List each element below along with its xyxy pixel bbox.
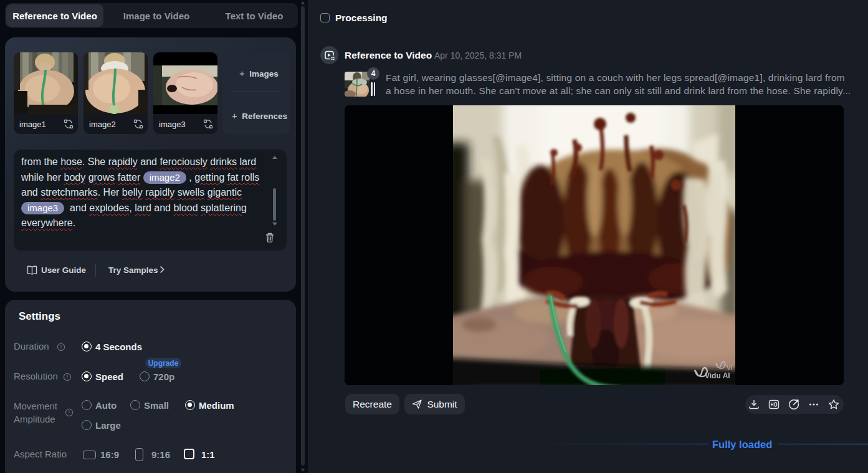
svg-text:Vi: Vi bbox=[727, 365, 732, 371]
svg-text:Vidu AI: Vidu AI bbox=[705, 371, 730, 380]
